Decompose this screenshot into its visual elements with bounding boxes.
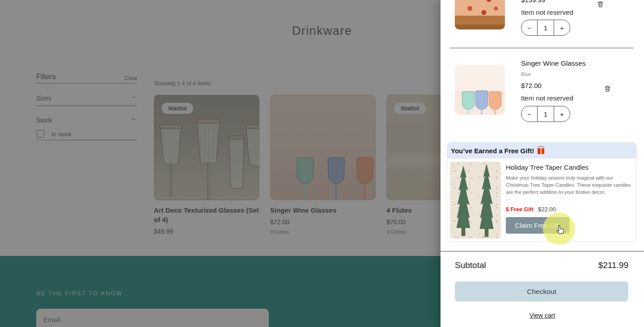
trash-icon: [597, 3, 604, 10]
gift-icon: [538, 148, 544, 154]
gift-product-image: [450, 162, 501, 239]
divider: [441, 251, 644, 252]
cart-item-image[interactable]: [455, 0, 505, 29]
gift-product-description: Make your holiday season truly magical w…: [506, 174, 633, 196]
cart-drawer: $139.99 Item not reserved − 1 +: [441, 0, 644, 327]
checkout-button[interactable]: Checkout: [455, 281, 628, 302]
quantity-value: 1: [537, 20, 554, 35]
reservation-note: Item not reserved: [521, 94, 573, 102]
cart-item-price: $72.00: [521, 82, 542, 89]
free-gift-card: You’ve Earned a Free Gift! Holiday Tree …: [447, 142, 637, 242]
quantity-value: 1: [537, 106, 554, 122]
divider: [449, 48, 634, 48]
claim-free-gift-button[interactable]: Claim Free Gift: [506, 217, 569, 234]
view-cart-link[interactable]: View cart: [441, 312, 644, 319]
gift-original-price: $22.00: [538, 206, 556, 213]
reservation-note: Item not reserved: [521, 8, 573, 16]
free-gift-price-label: $ Free Gift: [506, 206, 534, 213]
cart-item-name[interactable]: Singer Wine Glasses: [521, 59, 586, 67]
quantity-increase-button[interactable]: +: [554, 106, 570, 122]
quantity-stepper: − 1 +: [521, 106, 570, 122]
quantity-stepper: − 1 +: [521, 20, 570, 36]
cart-item-image[interactable]: [455, 65, 505, 115]
remove-item-button[interactable]: [596, 0, 605, 10]
quantity-decrease-button[interactable]: −: [521, 20, 537, 35]
free-gift-banner: You’ve Earned a Free Gift!: [447, 143, 636, 159]
description-truncation: ...: [506, 196, 510, 201]
remove-item-button[interactable]: [603, 84, 612, 94]
quantity-increase-button[interactable]: +: [554, 20, 570, 35]
trash-icon: [604, 88, 611, 94]
quantity-decrease-button[interactable]: −: [521, 106, 537, 122]
cart-item-variant: Blue: [521, 71, 531, 77]
subtotal-label: Subtotal: [455, 260, 486, 270]
free-gift-banner-title: You’ve Earned a Free Gift!: [451, 147, 534, 155]
cart-item-price: $139.99: [521, 0, 545, 4]
screen: Drinkware Filters Clear Sizes − Stock − …: [0, 0, 644, 327]
subtotal-value: $211.99: [598, 260, 628, 270]
gift-product-name: Holiday Tree Taper Candles: [506, 164, 589, 171]
